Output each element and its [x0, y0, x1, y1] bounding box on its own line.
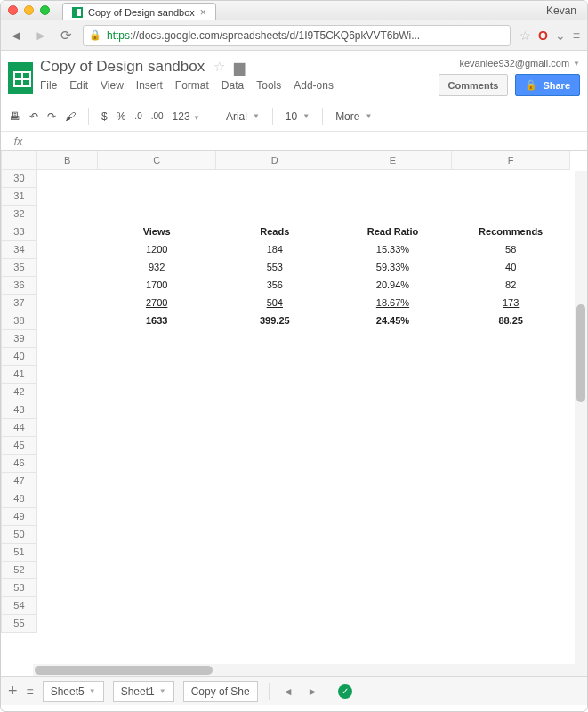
increase-decimal-button[interactable]: .00: [151, 111, 164, 121]
browser-tab[interactable]: Copy of Design sandbox ×: [62, 3, 216, 20]
cell[interactable]: [36, 472, 98, 490]
cell[interactable]: [334, 614, 452, 632]
menu-tools[interactable]: Tools: [256, 79, 281, 92]
cell[interactable]: 504: [215, 294, 334, 312]
cell[interactable]: [334, 418, 452, 436]
row-header[interactable]: 43: [2, 400, 37, 418]
cell[interactable]: 15.33%: [334, 240, 452, 258]
cell[interactable]: 1200: [98, 240, 216, 258]
cell[interactable]: [452, 169, 570, 187]
row-header[interactable]: 36: [2, 276, 37, 294]
cell[interactable]: [215, 400, 334, 418]
row-header[interactable]: 31: [2, 187, 37, 205]
cell[interactable]: [215, 578, 334, 596]
extension-icon[interactable]: O: [538, 28, 548, 43]
cell[interactable]: [452, 329, 570, 347]
cell[interactable]: [98, 578, 216, 596]
cell[interactable]: 20.94%: [334, 276, 452, 294]
cell[interactable]: [36, 329, 98, 347]
row-header[interactable]: 41: [2, 365, 37, 383]
cell[interactable]: 24.45%: [334, 312, 452, 329]
row-header[interactable]: 34: [2, 240, 37, 258]
menu-file[interactable]: File: [40, 79, 57, 92]
cell[interactable]: [334, 507, 452, 525]
cell[interactable]: [452, 596, 570, 614]
scroll-tabs-left-button[interactable]: ◄: [280, 685, 296, 698]
cell[interactable]: [334, 187, 452, 205]
cell[interactable]: [452, 400, 570, 418]
horizontal-scrollbar[interactable]: [33, 664, 575, 676]
cell[interactable]: [334, 347, 452, 365]
row-header[interactable]: 38: [2, 312, 37, 329]
column-header-D[interactable]: D: [215, 151, 334, 169]
cell[interactable]: [36, 294, 98, 312]
cell[interactable]: [452, 472, 570, 490]
menu-insert[interactable]: Insert: [136, 79, 163, 92]
cell[interactable]: 1700: [98, 276, 216, 294]
redo-icon[interactable]: ↷: [47, 110, 56, 123]
cell[interactable]: 932: [98, 258, 216, 276]
column-header-F[interactable]: F: [452, 151, 570, 169]
cell[interactable]: [215, 596, 334, 614]
menu-view[interactable]: View: [101, 79, 124, 92]
cell[interactable]: [334, 329, 452, 347]
cell[interactable]: Read Ratio: [334, 222, 452, 240]
cell[interactable]: [215, 205, 334, 222]
cell[interactable]: [452, 561, 570, 578]
address-bar[interactable]: 🔒 https://docs.google.com/spreadsheets/d…: [83, 25, 511, 46]
cell[interactable]: [452, 578, 570, 596]
row-header[interactable]: 35: [2, 258, 37, 276]
paint-format-icon[interactable]: 🖌: [65, 110, 76, 123]
cell[interactable]: [215, 472, 334, 490]
cell[interactable]: Views: [98, 222, 216, 240]
scroll-tabs-right-button[interactable]: ►: [305, 685, 321, 698]
cell[interactable]: [215, 418, 334, 436]
menu-icon[interactable]: ≡: [573, 28, 580, 43]
cell[interactable]: [36, 454, 98, 472]
cell[interactable]: [215, 490, 334, 507]
minimize-window-button[interactable]: [24, 5, 34, 15]
cell[interactable]: [334, 454, 452, 472]
cell[interactable]: [36, 578, 98, 596]
cell[interactable]: [98, 347, 216, 365]
explore-button[interactable]: ✓: [338, 684, 352, 699]
cell[interactable]: [215, 347, 334, 365]
cell[interactable]: [98, 169, 216, 187]
cell[interactable]: [98, 187, 216, 205]
cell[interactable]: [98, 490, 216, 507]
cell[interactable]: [98, 329, 216, 347]
cell[interactable]: 399.25: [215, 312, 334, 329]
bookmark-star-icon[interactable]: ☆: [520, 28, 531, 43]
cell[interactable]: [452, 205, 570, 222]
move-folder-icon[interactable]: ▆: [234, 59, 245, 76]
cell[interactable]: [215, 383, 334, 400]
cell[interactable]: [452, 347, 570, 365]
cell[interactable]: [98, 454, 216, 472]
cell[interactable]: [36, 418, 98, 436]
cell[interactable]: [334, 490, 452, 507]
decrease-decimal-button[interactable]: .0: [134, 111, 141, 121]
close-window-button[interactable]: [8, 5, 18, 15]
cell[interactable]: [334, 596, 452, 614]
menu-edit[interactable]: Edit: [69, 79, 88, 92]
cell[interactable]: [334, 472, 452, 490]
reload-button[interactable]: ⟳: [58, 28, 74, 44]
cell[interactable]: [36, 490, 98, 507]
cell[interactable]: [334, 525, 452, 543]
cell[interactable]: [452, 436, 570, 454]
cell[interactable]: [98, 507, 216, 525]
number-format-button[interactable]: 123 ▼: [173, 110, 200, 123]
all-sheets-button[interactable]: ≡: [27, 684, 34, 699]
zoom-window-button[interactable]: [40, 5, 50, 15]
cell[interactable]: [36, 258, 98, 276]
horizontal-scroll-thumb[interactable]: [35, 666, 213, 675]
menu-data[interactable]: Data: [222, 79, 244, 92]
row-header[interactable]: 39: [2, 329, 37, 347]
share-button[interactable]: 🔒 Share: [515, 74, 580, 96]
cell[interactable]: [452, 187, 570, 205]
row-header[interactable]: 42: [2, 383, 37, 400]
cell[interactable]: 58: [452, 240, 570, 258]
cell[interactable]: [36, 614, 98, 632]
cell[interactable]: [98, 561, 216, 578]
menu-addons[interactable]: Add-ons: [294, 79, 334, 92]
